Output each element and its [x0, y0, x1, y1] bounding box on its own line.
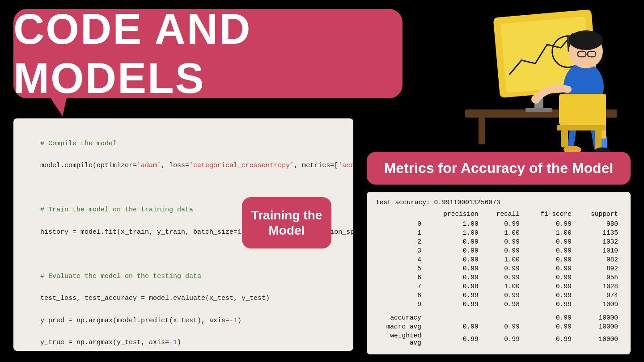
- col-recall: recall: [482, 209, 523, 219]
- cell-support: 980: [575, 219, 622, 228]
- cell-precision: 1.00: [425, 219, 482, 228]
- summary-row: macro avg 0.99 0.99 0.99 10000: [376, 322, 622, 331]
- cell-support: 1032: [575, 237, 622, 246]
- cell-recall: 0.99: [482, 273, 523, 282]
- cell-precision: 0.99: [425, 300, 482, 309]
- svg-rect-7: [525, 108, 552, 112]
- cell-f1: 0.99: [523, 282, 575, 291]
- cell-label: 6: [376, 273, 425, 282]
- cell-support: 1009: [575, 300, 622, 309]
- cell-precision: 0.99: [425, 322, 482, 331]
- cell-label: 8: [376, 291, 425, 300]
- col-precision: precision: [425, 209, 482, 219]
- training-bubble-text: Training the Model: [251, 208, 322, 238]
- cell-f1: 0.99: [523, 331, 575, 347]
- cell-f1: 0.99: [523, 273, 575, 282]
- summary-row: weighted avg 0.99 0.99 0.99 10000: [376, 331, 622, 347]
- cell-recall: 0.99: [482, 246, 523, 255]
- col-support: support: [575, 209, 622, 219]
- cell-recall: [482, 313, 523, 322]
- cell-support: 10000: [575, 313, 622, 322]
- cell-precision: 0.99: [425, 273, 482, 282]
- cell-label: 0: [376, 219, 425, 228]
- cell-support: 974: [575, 291, 622, 300]
- cell-support: 10000: [575, 331, 622, 347]
- svg-rect-4: [479, 118, 485, 144]
- table-row: 7 0.98 1.00 0.99 1028: [376, 282, 622, 291]
- cell-support: 1028: [575, 282, 622, 291]
- training-bubble: Training the Model: [242, 197, 331, 248]
- cell-recall: 0.99: [482, 219, 523, 228]
- cell-f1: 0.99: [523, 219, 575, 228]
- table-row: 4 0.99 1.00 0.99 982: [376, 255, 622, 264]
- cell-recall: 1.00: [482, 228, 523, 237]
- title-bubble: CODE AND MODELS: [13, 9, 402, 98]
- svg-point-14: [531, 95, 540, 104]
- cell-label: weighted avg: [376, 331, 425, 347]
- cell-precision: 0.99: [425, 237, 482, 246]
- cell-precision: 0.98: [425, 282, 482, 291]
- svg-rect-20: [561, 130, 568, 147]
- test-accuracy-row: Test accuracy: 0.991100013256073: [376, 199, 622, 206]
- cell-f1: 1.00: [523, 228, 575, 237]
- cell-precision: [425, 313, 482, 322]
- table-row: 2 0.99 0.99 0.99 1032: [376, 237, 622, 246]
- svg-rect-17: [559, 94, 604, 125]
- table-row: 6 0.99 0.99 0.99 958: [376, 273, 622, 282]
- metrics-table-container: Test accuracy: 0.991100013256073 precisi…: [367, 192, 631, 354]
- cell-recall: 0.99: [482, 264, 523, 273]
- cell-f1: 0.99: [523, 313, 575, 322]
- metrics-header-text: Metrics for Accuracy of the Model: [384, 160, 614, 176]
- cell-precision: 0.99: [425, 331, 482, 347]
- cell-recall: 0.99: [482, 322, 523, 331]
- table-row: 5 0.99 0.99 0.99 892: [376, 264, 622, 273]
- cell-f1: 0.99: [523, 300, 575, 309]
- cell-recall: 0.99: [482, 237, 523, 246]
- cell-support: 892: [575, 264, 622, 273]
- summary-row: accuracy 0.99 10000: [376, 313, 622, 322]
- cell-f1: 0.99: [523, 322, 575, 331]
- col-f1: f1-score: [523, 209, 575, 219]
- table-row: 0 1.00 0.99 0.99 980: [376, 219, 622, 228]
- cell-f1: 0.99: [523, 264, 575, 273]
- cell-label: 3: [376, 246, 425, 255]
- cell-precision: 0.99: [425, 291, 482, 300]
- cell-support: 958: [575, 273, 622, 282]
- cell-label: 7: [376, 282, 425, 291]
- cell-recall: 0.99: [482, 331, 523, 347]
- cell-label: accuracy: [376, 313, 425, 322]
- cell-label: 2: [376, 237, 425, 246]
- cell-label: macro avg: [376, 322, 425, 331]
- cell-support: 10000: [575, 322, 622, 331]
- table-row: 8 0.99 0.99 0.99 974: [376, 291, 622, 300]
- cell-support: 1010: [575, 246, 622, 255]
- metrics-container: Metrics for Accuracy of the Model Test a…: [367, 152, 631, 354]
- table-row: 9 0.99 0.98 0.99 1009: [376, 300, 622, 309]
- cell-f1: 0.99: [523, 291, 575, 300]
- cell-support: 982: [575, 255, 622, 264]
- svg-point-10: [569, 30, 603, 50]
- col-label: [376, 209, 425, 219]
- illustration: [420, 4, 635, 152]
- title-text: CODE AND MODELS: [13, 4, 402, 103]
- cell-label: 5: [376, 264, 425, 273]
- cell-support: 1135: [575, 228, 622, 237]
- metrics-table: precision recall f1-score support 0 1.00…: [376, 209, 622, 347]
- cell-label: 9: [376, 300, 425, 309]
- svg-rect-21: [595, 130, 602, 147]
- table-row: 1 1.00 1.00 1.00 1135: [376, 228, 622, 237]
- cell-recall: 1.00: [482, 255, 523, 264]
- cell-f1: 0.99: [523, 255, 575, 264]
- cell-label: 1: [376, 228, 425, 237]
- cell-recall: 0.98: [482, 300, 523, 309]
- cell-precision: 0.99: [425, 264, 482, 273]
- cell-f1: 0.99: [523, 246, 575, 255]
- cell-label: 4: [376, 255, 425, 264]
- metrics-header-bubble: Metrics for Accuracy of the Model: [367, 152, 631, 185]
- cell-precision: 0.99: [425, 246, 482, 255]
- cell-recall: 0.99: [482, 291, 523, 300]
- cell-precision: 0.99: [425, 255, 482, 264]
- cell-f1: 0.99: [523, 237, 575, 246]
- cell-recall: 1.00: [482, 282, 523, 291]
- table-row: 3 0.99 0.99 0.99 1010: [376, 246, 622, 255]
